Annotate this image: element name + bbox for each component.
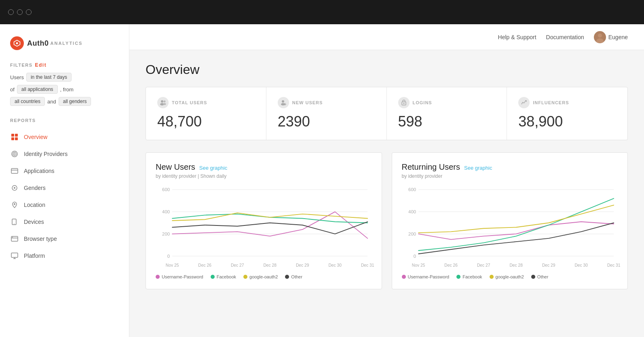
legend-dot [402, 275, 406, 279]
logo-icon [10, 36, 24, 50]
logo-area: Auth0 ANALYTICS [10, 36, 119, 50]
sidebar-item-label: Devices [24, 219, 44, 225]
legend-dot [490, 275, 494, 279]
svg-rect-9 [11, 168, 18, 173]
filter-country-tag[interactable]: all countries [10, 97, 45, 106]
sidebar-item-overview[interactable]: Overview [10, 128, 119, 145]
svg-text:Dec 28: Dec 28 [263, 263, 277, 267]
sidebar-item-label: Genders [24, 185, 46, 191]
svg-text:Dec 26: Dec 26 [444, 263, 458, 267]
chart-title: New Users [156, 162, 195, 172]
sidebar-item-platform[interactable]: Platform [10, 247, 119, 264]
sidebar-item-label: Browser type [24, 236, 57, 242]
svg-point-15 [14, 223, 15, 224]
sidebar-item-label: Applications [24, 168, 55, 174]
sidebar-item-genders[interactable]: Genders [10, 179, 119, 196]
maximize-button[interactable] [26, 9, 32, 15]
svg-text:600: 600 [408, 187, 416, 192]
filter-row-2: of all applications , from [10, 85, 119, 94]
legend-item: Other [531, 274, 549, 279]
stat-card-influencers: INFLUENCERS 38,900 [507, 87, 627, 140]
chart-link[interactable]: See graphic [464, 165, 492, 171]
legend-dot [456, 275, 460, 279]
logo-brand: Auth0 [27, 39, 49, 48]
filter-apps-tag[interactable]: all applications [17, 85, 58, 94]
sidebar-item-label: Location [24, 202, 45, 208]
stats-row: TOTAL USERS 48,700 NEW USERS 2390 LOGINS… [146, 87, 628, 140]
top-nav-links: Help & Support Documentation Eugene [498, 31, 628, 43]
sidebar-item-label: Identity Providers [24, 151, 68, 157]
filter-gender-tag[interactable]: all genders [59, 97, 91, 106]
legend-label: Facebook [217, 274, 236, 279]
browser2-icon [10, 234, 19, 243]
user-area: Eugene [594, 31, 628, 43]
documentation-link[interactable]: Documentation [546, 34, 584, 40]
stat-label: TOTAL USERS [172, 100, 207, 105]
svg-rect-19 [11, 253, 18, 257]
filter-row-3: all countries and all genders [10, 97, 119, 106]
chart-title: Returning Users [402, 162, 460, 172]
pin-icon [10, 200, 19, 209]
legend-label: Facebook [462, 274, 482, 279]
total-users-icon [157, 97, 169, 108]
chart-title-row: New Users See graphic [156, 162, 372, 172]
sidebar-item-applications[interactable]: Applications [10, 162, 119, 179]
svg-text:Dec 31: Dec 31 [607, 263, 620, 267]
logins-icon [398, 97, 410, 108]
sidebar-item-location[interactable]: Location [10, 196, 119, 213]
legend-label: Other [537, 274, 549, 279]
filters-section: FILTERSEdit Users in the last 7 days of … [10, 62, 119, 106]
stat-value: 598 [398, 113, 496, 130]
titlebar [0, 0, 644, 24]
legend-dot [531, 275, 535, 279]
reports-label: REPORTS [10, 118, 119, 123]
legend-item: Username-Password [156, 274, 203, 279]
svg-point-29 [282, 100, 284, 103]
svg-text:Dec 29: Dec 29 [542, 263, 555, 267]
legend-label: Other [291, 274, 302, 279]
sidebar-item-devices[interactable]: Devices [10, 213, 119, 230]
sidebar-item-browser-type[interactable]: Browser type [10, 230, 119, 247]
legend-item: Username-Password [402, 274, 450, 279]
filter-from-text: , from [60, 86, 74, 93]
svg-text:Dec 30: Dec 30 [328, 263, 342, 267]
legend-item: google-oauth2 [243, 274, 278, 279]
sidebar: Auth0 ANALYTICS FILTERSEdit Users in the… [0, 24, 129, 337]
svg-text:Nov 25: Nov 25 [166, 263, 179, 267]
monitor-icon [10, 251, 19, 260]
sidebar-item-identity[interactable]: Identity Providers [10, 145, 119, 162]
minimize-button[interactable] [17, 9, 23, 15]
legend-item: Other [285, 274, 302, 279]
svg-rect-4 [11, 137, 14, 140]
chart-svg-wrapper: 0200400600Nov 25Dec 26Dec 27Dec 28Dec 29… [402, 185, 618, 270]
svg-point-27 [164, 101, 166, 103]
legend-item: Facebook [456, 274, 482, 279]
filter-time-tag[interactable]: in the last 7 days [26, 73, 72, 82]
filter-of-prefix: of [10, 86, 15, 93]
svg-text:Dec 28: Dec 28 [509, 263, 523, 267]
device-icon [10, 217, 19, 226]
svg-point-18 [12, 237, 13, 238]
svg-text:Nov 25: Nov 25 [412, 263, 425, 267]
nav-list: Overview Identity Providers Applications… [10, 128, 119, 264]
stat-card-new-users: NEW USERS 2390 [266, 87, 387, 140]
gender-icon [10, 183, 19, 192]
svg-text:Dec 26: Dec 26 [198, 263, 211, 267]
filter-row-1: Users in the last 7 days [10, 73, 119, 82]
legend-dot [211, 275, 215, 279]
help-support-link[interactable]: Help & Support [498, 34, 536, 40]
svg-rect-2 [11, 134, 14, 137]
svg-text:400: 400 [162, 209, 170, 214]
chart-link[interactable]: See graphic [199, 165, 227, 171]
filter-users-prefix: Users [10, 74, 24, 80]
content-area: Overview TOTAL USERS 48,700 NEW USERS 23… [129, 50, 644, 301]
filters-edit-button[interactable]: Edit [35, 62, 47, 68]
svg-point-13 [14, 203, 15, 205]
stat-label: LOGINS [413, 100, 432, 105]
stat-value: 38,900 [518, 113, 616, 130]
logo-sub: ANALYTICS [51, 41, 83, 46]
chart-svg-wrapper: 0200400600Nov 25Dec 26Dec 27Dec 28Dec 29… [156, 185, 372, 270]
fingerprint-icon [10, 150, 19, 158]
sidebar-item-label: Platform [24, 253, 45, 259]
close-button[interactable] [8, 9, 14, 15]
